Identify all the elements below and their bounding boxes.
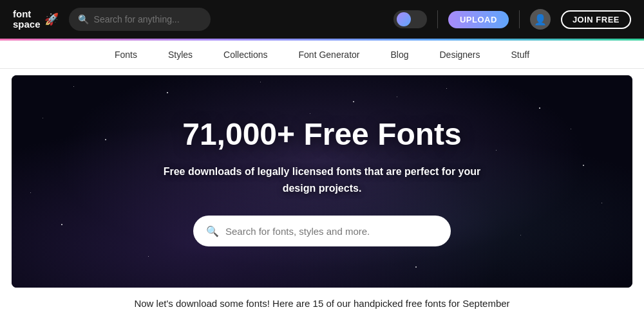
hero-content: 71,000+ Free Fonts Free downloads of leg… <box>12 75 632 288</box>
nav-item-stuff[interactable]: Stuff <box>511 50 530 60</box>
upload-button[interactable]: UPLOAD <box>448 11 509 28</box>
logo-text: font space <box>13 9 41 30</box>
bottom-promo-text: Now let's download some fonts! Here are … <box>0 288 644 319</box>
nav-item-styles[interactable]: Styles <box>168 50 193 60</box>
hero-section: 71,000+ Free Fonts Free downloads of leg… <box>12 75 632 288</box>
header-search-bar[interactable]: 🔍 <box>69 8 211 31</box>
main-nav: Fonts Styles Collections Font Generator … <box>0 41 644 69</box>
hero-search-input[interactable] <box>225 226 438 237</box>
header-divider-2 <box>519 10 520 28</box>
nav-item-designers[interactable]: Designers <box>440 50 480 60</box>
logo[interactable]: font space 🚀 <box>13 9 59 30</box>
search-icon: 🔍 <box>78 14 89 24</box>
header-search-input[interactable] <box>94 14 197 24</box>
nav-item-fonts[interactable]: Fonts <box>115 50 137 60</box>
hero-subtitle: Free downloads of legally licensed fonts… <box>155 163 489 196</box>
hero-search-bar[interactable]: 🔍 <box>193 216 451 246</box>
header-divider <box>437 10 438 28</box>
nav-item-font-generator[interactable]: Font Generator <box>299 50 360 60</box>
header: font space 🚀 🔍 UPLOAD 👤 JOIN FREE <box>0 0 644 39</box>
toggle-knob <box>397 12 411 26</box>
nav-item-blog[interactable]: Blog <box>390 50 408 60</box>
theme-toggle[interactable] <box>393 10 427 28</box>
hero-title: 71,000+ Free Fonts <box>182 116 462 152</box>
logo-rocket-icon: 🚀 <box>44 12 59 26</box>
join-button[interactable]: JOIN FREE <box>561 10 631 29</box>
hero-search-icon: 🔍 <box>206 225 219 237</box>
nav-item-collections[interactable]: Collections <box>223 50 267 60</box>
user-avatar[interactable]: 👤 <box>530 9 551 30</box>
